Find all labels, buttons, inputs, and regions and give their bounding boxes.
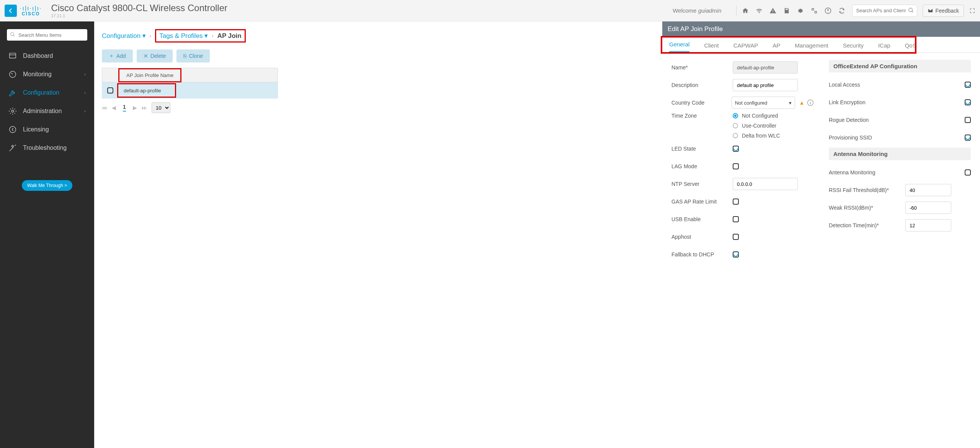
search-icon [10,32,15,37]
tab-qos[interactable]: QoS [905,42,916,53]
delete-button[interactable]: ✕Delete [137,49,173,62]
ntp-input[interactable] [733,178,798,190]
grid-cell-name[interactable]: default-ap-profile [124,88,161,94]
radio-delta-wlc[interactable]: Delta from WLC [733,133,780,139]
fallback-checkbox[interactable] [733,251,739,258]
dashboard-icon [8,52,17,60]
wifi-icon[interactable] [756,7,763,14]
breadcrumb: Configuration ▾ › Tags & Profiles ▾ › AP… [102,29,662,43]
back-arrow-icon [8,8,14,14]
name-input[interactable] [733,61,798,74]
sidebar-item-troubleshooting[interactable]: Troubleshooting [0,139,94,157]
local-access-checkbox[interactable] [965,82,971,88]
panel-tabs: General Client CAPWAP AP Management Secu… [662,37,980,53]
fullscreen-icon[interactable] [969,8,975,14]
search-icon[interactable] [908,7,914,13]
pager-next[interactable]: ▶ [133,105,137,111]
topbar-icons [742,7,845,14]
action-row: ＋Add ✕Delete ⎘Clone [102,49,662,62]
back-button[interactable] [5,5,17,17]
sidebar-item-configuration[interactable]: Configuration › [0,84,94,102]
radio-not-configured[interactable]: Not Configured [733,113,780,119]
info-icon[interactable]: i [807,100,813,106]
sidebar-item-licensing[interactable]: Licensing [0,120,94,139]
add-button[interactable]: ＋Add [102,49,133,62]
description-input[interactable] [733,79,798,91]
tab-capwap[interactable]: CAPWAP [733,42,758,53]
sidebar-item-administration[interactable]: Administration › [0,102,94,120]
row-checkbox[interactable] [107,87,113,94]
usb-checkbox[interactable] [733,216,739,222]
label-link-encryption: Link Encryption [829,99,965,105]
tab-security[interactable]: Security [843,42,864,53]
global-search[interactable] [852,5,917,17]
weak-rssi-input[interactable] [905,202,951,214]
prov-ssid-checkbox[interactable] [965,135,971,141]
chevron-right-icon: › [84,108,86,114]
panel-title: Edit AP Join Profile [662,21,980,37]
sidebar-item-monitoring[interactable]: Monitoring › [0,65,94,84]
home-icon[interactable] [742,7,749,14]
gas-checkbox[interactable] [733,199,739,205]
grid-row[interactable]: default-ap-profile [102,82,278,98]
tab-icap[interactable]: ICap [878,42,890,53]
alert-icon[interactable] [769,7,776,14]
feedback-button[interactable]: Feedback [923,5,964,17]
menu-search[interactable] [7,29,87,41]
breadcrumb-root[interactable]: Configuration ▾ [102,32,146,40]
svg-point-1 [909,8,912,11]
svg-point-5 [11,110,14,112]
warning-icon: ▲ [799,100,804,106]
mail-icon [928,8,933,13]
tab-client[interactable]: Client [704,42,719,53]
rssi-fail-input[interactable] [905,184,951,196]
highlight-box: Tags & Profiles ▾ › AP Join [155,29,245,43]
sidebar: Dashboard Monitoring › Configuration › A… [0,21,94,448]
sidebar-item-label: Licensing [23,126,49,133]
save-icon[interactable] [783,7,790,14]
rogue-checkbox[interactable] [965,117,971,123]
section-antenna: Antenna Monitoring [829,148,971,160]
label-led: LED State [671,146,733,152]
svg-rect-3 [10,53,16,58]
label-det-time: Detection Time(min)* [829,222,905,228]
clone-button[interactable]: ⎘Clone [176,49,210,62]
pager-size-select[interactable]: 10 [152,102,170,113]
led-checkbox[interactable] [733,146,739,152]
section-officeextend: OfficeExtend AP Configuration [829,60,971,72]
highlight-box: AP Join Profile Name [118,68,181,82]
menu-search-input[interactable] [7,29,87,41]
pager: ⏮ ◀ 1 ▶ ⏭ 10 [102,102,278,113]
radio-use-controller[interactable]: Use-Controller [733,123,780,129]
lag-checkbox[interactable] [733,163,739,169]
apphost-checkbox[interactable] [733,234,739,240]
global-search-input[interactable] [852,5,917,17]
ant-mon-checkbox[interactable] [965,169,971,176]
pager-last[interactable]: ⏭ [142,105,147,111]
label-gas: GAS AP Rate Limit [671,199,733,205]
tab-management[interactable]: Management [795,42,828,53]
walk-me-through-button[interactable]: Walk Me Through > [22,180,72,191]
x-icon: ✕ [144,53,148,59]
breadcrumb-mid[interactable]: Tags & Profiles ▾ [159,32,208,40]
product-version: 17.11.1 [51,13,227,18]
det-time-input[interactable] [905,219,951,231]
breadcrumb-current: AP Join [217,32,242,40]
link-encryption-checkbox[interactable] [965,99,971,105]
pager-first[interactable]: ⏮ [102,105,107,111]
country-select[interactable]: Not configured▾ [732,97,795,109]
gear-icon [8,107,17,115]
grid-header-cell[interactable]: AP Join Profile Name [119,69,180,81]
tab-ap[interactable]: AP [773,42,780,53]
tab-general[interactable]: General [669,41,689,53]
pager-prev[interactable]: ◀ [112,105,116,111]
translate-icon[interactable] [811,7,818,14]
sidebar-item-label: Administration [23,108,62,115]
label-apphost: Apphost [671,234,733,240]
label-prov: Provisioning SSID [829,135,965,141]
sidebar-item-dashboard[interactable]: Dashboard [0,47,94,65]
tools-icon [8,144,17,152]
refresh-icon[interactable] [838,7,845,14]
help-icon[interactable] [825,7,831,14]
gear-icon[interactable] [797,7,804,14]
